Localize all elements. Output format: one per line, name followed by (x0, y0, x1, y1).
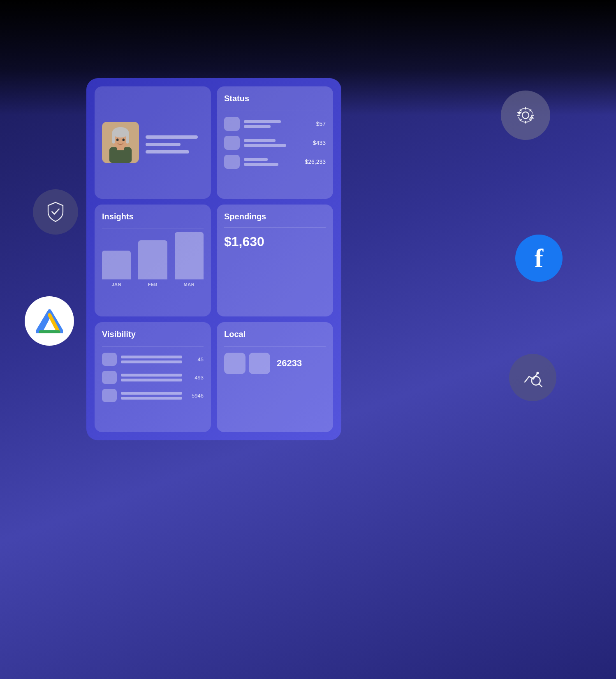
local-card: Local 26233 (217, 322, 333, 432)
gear-sync-svg (515, 105, 536, 126)
visibility-item-3: 5946 (102, 389, 204, 402)
spendings-card: Spendings $1,630 (217, 205, 333, 317)
svg-marker-1 (518, 112, 521, 114)
gear-sync-icon[interactable] (501, 91, 550, 140)
profile-sub-line-1 (146, 143, 181, 146)
svg-line-8 (539, 384, 542, 386)
local-content: 26233 (224, 353, 326, 374)
status-item-2: $433 (224, 136, 326, 150)
chart-col-mar: MAR (175, 232, 204, 287)
local-thumb-1 (224, 353, 245, 374)
svg-rect-15 (112, 133, 115, 144)
vis-bar-top-2 (121, 374, 182, 377)
status-thumb-1 (224, 117, 240, 131)
profile-info-lines (146, 131, 204, 153)
status-bar-top-2 (244, 139, 276, 142)
svg-point-18 (123, 139, 125, 141)
facebook-icon[interactable]: f (515, 235, 563, 282)
spendings-title: Spendings (224, 212, 326, 221)
vis-bars-3 (121, 392, 182, 400)
status-card: Status $57 $433 $26,233 (217, 86, 333, 199)
chart-label-mar: MAR (184, 282, 195, 287)
local-thumbs (224, 353, 270, 374)
chart-bar-mar (175, 232, 204, 279)
insights-chart: JAN FEB MAR (102, 233, 204, 287)
status-thumb-3 (224, 155, 240, 169)
shield-svg (45, 201, 66, 223)
status-bar-bot-3 (244, 163, 278, 166)
vis-thumb-3 (102, 389, 117, 402)
visibility-item-1: 45 (102, 353, 204, 366)
spendings-amount: $1,630 (224, 234, 326, 249)
shield-icon[interactable] (33, 189, 78, 235)
visibility-card: Visibility 45 493 5946 (95, 322, 211, 432)
vis-thumb-1 (102, 353, 117, 366)
visibility-item-2: 493 (102, 371, 204, 384)
local-value: 26233 (277, 358, 302, 369)
status-value-3: $26,233 (301, 158, 326, 165)
analytics-search-icon[interactable] (509, 354, 556, 401)
svg-marker-2 (530, 116, 533, 118)
google-ads-icon[interactable] (25, 296, 74, 346)
status-title: Status (224, 94, 326, 103)
profile-sub-line-2 (146, 150, 189, 153)
local-divider (224, 346, 326, 347)
local-thumb-2 (249, 353, 270, 374)
vis-bars-1 (121, 356, 182, 363)
chart-bar-feb (138, 240, 167, 279)
insights-divider (102, 228, 204, 228)
status-item-3: $26,233 (224, 155, 326, 169)
chart-label-feb: FEB (148, 282, 158, 287)
svg-point-9 (536, 372, 539, 374)
chart-col-feb: FEB (138, 240, 167, 287)
vis-value-1: 45 (186, 356, 204, 363)
profile-name-line (146, 135, 198, 139)
vis-bar-bot-3 (121, 397, 182, 400)
status-bars-2 (244, 139, 297, 147)
status-divider (224, 111, 326, 111)
vis-bar-top-1 (121, 356, 182, 358)
visibility-title: Visibility (102, 330, 204, 339)
vis-value-3: 5946 (186, 393, 204, 399)
svg-rect-16 (126, 133, 129, 144)
google-ads-svg (36, 309, 63, 333)
vis-bar-top-3 (121, 392, 182, 395)
status-bar-bot-1 (244, 125, 271, 128)
vis-bar-bot-1 (121, 360, 182, 363)
main-dashboard-card: Status $57 $433 $26,233 (86, 78, 341, 440)
avatar (102, 122, 139, 163)
svg-point-0 (522, 112, 529, 119)
vis-bars-2 (121, 374, 182, 381)
svg-point-17 (116, 139, 118, 141)
status-item-1: $57 (224, 117, 326, 131)
status-bar-top-3 (244, 158, 268, 161)
status-bars-1 (244, 120, 297, 128)
analytics-svg (522, 367, 544, 388)
status-thumb-2 (224, 136, 240, 150)
vis-thumb-2 (102, 371, 117, 384)
vis-bar-bot-2 (121, 379, 182, 381)
status-value-1: $57 (301, 121, 326, 127)
chart-bar-jan (102, 251, 131, 279)
status-bar-top-1 (244, 120, 281, 123)
insights-card: Insights JAN FEB MAR (95, 205, 211, 317)
facebook-f-letter: f (535, 245, 543, 272)
status-bars-3 (244, 158, 297, 166)
status-value-2: $433 (301, 140, 326, 146)
status-bar-bot-2 (244, 144, 286, 147)
insights-title: Insights (102, 212, 204, 221)
profile-card (95, 86, 211, 199)
chart-label-jan: JAN (111, 282, 121, 287)
local-title: Local (224, 330, 326, 339)
vis-value-2: 493 (186, 374, 204, 381)
chart-col-jan: JAN (102, 251, 131, 287)
spendings-divider (224, 227, 326, 228)
visibility-divider (102, 346, 204, 347)
